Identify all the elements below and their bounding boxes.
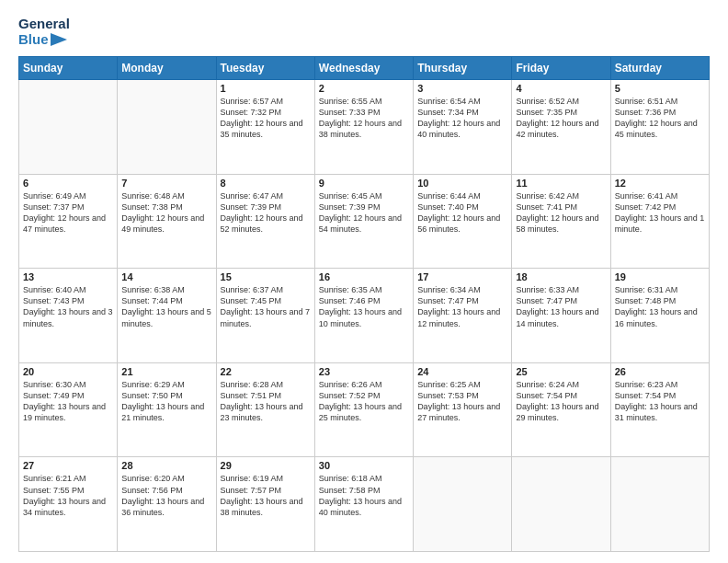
day-info: Sunrise: 6:18 AM Sunset: 7:58 PM Dayligh… [319, 473, 409, 518]
day-of-week-header: Monday [118, 57, 216, 80]
day-number: 2 [319, 83, 409, 94]
day-info: Sunrise: 6:29 AM Sunset: 7:50 PM Dayligh… [121, 379, 211, 424]
day-info: Sunrise: 6:57 AM Sunset: 7:32 PM Dayligh… [221, 96, 311, 141]
calendar-cell [512, 457, 610, 552]
day-number: 16 [319, 271, 409, 282]
page: General Blue SundayMondayTuesdayWednesda… [0, 0, 728, 563]
logo: General Blue [18, 17, 70, 47]
day-number: 4 [516, 83, 606, 94]
calendar-cell: 6Sunrise: 6:49 AM Sunset: 7:37 PM Daylig… [19, 174, 118, 269]
day-info: Sunrise: 6:55 AM Sunset: 7:33 PM Dayligh… [319, 96, 409, 141]
day-info: Sunrise: 6:44 AM Sunset: 7:40 PM Dayligh… [417, 190, 507, 236]
calendar-cell: 17Sunrise: 6:34 AM Sunset: 7:47 PM Dayli… [414, 269, 512, 363]
calendar-cell: 1Sunrise: 6:57 AM Sunset: 7:32 PM Daylig… [216, 80, 314, 175]
calendar-cell: 2Sunrise: 6:55 AM Sunset: 7:33 PM Daylig… [314, 80, 413, 175]
day-of-week-header: Sunday [19, 57, 118, 80]
calendar-cell: 14Sunrise: 6:38 AM Sunset: 7:44 PM Dayli… [118, 269, 216, 363]
day-number: 1 [221, 83, 311, 94]
calendar-cell: 30Sunrise: 6:18 AM Sunset: 7:58 PM Dayli… [314, 457, 413, 552]
day-number: 15 [221, 271, 311, 282]
day-info: Sunrise: 6:51 AM Sunset: 7:36 PM Dayligh… [615, 96, 705, 141]
logo-arrow-icon [51, 33, 67, 46]
day-number: 9 [319, 178, 409, 189]
calendar-table: SundayMondayTuesdayWednesdayThursdayFrid… [18, 56, 710, 552]
day-info: Sunrise: 6:31 AM Sunset: 7:48 PM Dayligh… [615, 284, 705, 329]
day-info: Sunrise: 6:23 AM Sunset: 7:54 PM Dayligh… [615, 379, 705, 424]
day-of-week-header: Tuesday [216, 57, 314, 80]
logo-wordmark: General Blue [18, 17, 70, 47]
calendar-cell: 29Sunrise: 6:19 AM Sunset: 7:57 PM Dayli… [216, 457, 314, 552]
day-info: Sunrise: 6:41 AM Sunset: 7:42 PM Dayligh… [615, 190, 705, 236]
day-number: 12 [615, 178, 705, 189]
day-number: 13 [23, 271, 113, 282]
day-info: Sunrise: 6:19 AM Sunset: 7:57 PM Dayligh… [221, 473, 311, 518]
calendar-cell [19, 80, 118, 175]
calendar-cell: 15Sunrise: 6:37 AM Sunset: 7:45 PM Dayli… [216, 269, 314, 363]
calendar-cell: 13Sunrise: 6:40 AM Sunset: 7:43 PM Dayli… [19, 269, 118, 363]
calendar-cell: 7Sunrise: 6:48 AM Sunset: 7:38 PM Daylig… [118, 174, 216, 269]
day-number: 18 [516, 271, 606, 282]
day-info: Sunrise: 6:28 AM Sunset: 7:51 PM Dayligh… [221, 379, 311, 424]
day-info: Sunrise: 6:47 AM Sunset: 7:39 PM Dayligh… [221, 190, 311, 236]
day-number: 24 [417, 366, 507, 377]
day-number: 26 [615, 366, 705, 377]
day-of-week-header: Saturday [610, 57, 709, 80]
day-info: Sunrise: 6:35 AM Sunset: 7:46 PM Dayligh… [319, 284, 409, 329]
day-info: Sunrise: 6:38 AM Sunset: 7:44 PM Dayligh… [121, 284, 211, 329]
calendar-cell: 19Sunrise: 6:31 AM Sunset: 7:48 PM Dayli… [610, 269, 709, 363]
calendar-cell: 26Sunrise: 6:23 AM Sunset: 7:54 PM Dayli… [610, 362, 709, 457]
day-info: Sunrise: 6:48 AM Sunset: 7:38 PM Dayligh… [121, 190, 211, 236]
calendar-cell: 25Sunrise: 6:24 AM Sunset: 7:54 PM Dayli… [512, 362, 610, 457]
day-info: Sunrise: 6:37 AM Sunset: 7:45 PM Dayligh… [221, 284, 311, 329]
day-number: 23 [319, 366, 409, 377]
calendar-cell: 9Sunrise: 6:45 AM Sunset: 7:39 PM Daylig… [314, 174, 413, 269]
day-number: 20 [23, 366, 113, 377]
calendar-cell [118, 80, 216, 175]
calendar-cell: 22Sunrise: 6:28 AM Sunset: 7:51 PM Dayli… [216, 362, 314, 457]
day-number: 11 [516, 178, 606, 189]
calendar-cell: 21Sunrise: 6:29 AM Sunset: 7:50 PM Dayli… [118, 362, 216, 457]
calendar-cell: 10Sunrise: 6:44 AM Sunset: 7:40 PM Dayli… [414, 174, 512, 269]
day-number: 27 [23, 460, 113, 471]
day-number: 7 [121, 178, 211, 189]
day-info: Sunrise: 6:21 AM Sunset: 7:55 PM Dayligh… [23, 473, 113, 518]
calendar-cell: 8Sunrise: 6:47 AM Sunset: 7:39 PM Daylig… [216, 174, 314, 269]
calendar-cell: 18Sunrise: 6:33 AM Sunset: 7:47 PM Dayli… [512, 269, 610, 363]
day-info: Sunrise: 6:26 AM Sunset: 7:52 PM Dayligh… [319, 379, 409, 424]
day-info: Sunrise: 6:20 AM Sunset: 7:56 PM Dayligh… [121, 473, 211, 518]
calendar-cell [610, 457, 709, 552]
day-info: Sunrise: 6:25 AM Sunset: 7:53 PM Dayligh… [417, 379, 507, 424]
header: General Blue [18, 17, 710, 47]
day-info: Sunrise: 6:42 AM Sunset: 7:41 PM Dayligh… [516, 190, 606, 236]
calendar-cell: 24Sunrise: 6:25 AM Sunset: 7:53 PM Dayli… [414, 362, 512, 457]
day-info: Sunrise: 6:40 AM Sunset: 7:43 PM Dayligh… [23, 284, 113, 329]
day-number: 3 [417, 83, 507, 94]
calendar-cell: 27Sunrise: 6:21 AM Sunset: 7:55 PM Dayli… [19, 457, 118, 552]
calendar-cell: 11Sunrise: 6:42 AM Sunset: 7:41 PM Dayli… [512, 174, 610, 269]
day-of-week-header: Friday [512, 57, 610, 80]
day-info: Sunrise: 6:54 AM Sunset: 7:34 PM Dayligh… [417, 96, 507, 141]
day-number: 19 [615, 271, 705, 282]
calendar-cell: 12Sunrise: 6:41 AM Sunset: 7:42 PM Dayli… [610, 174, 709, 269]
day-number: 14 [121, 271, 211, 282]
calendar-cell: 28Sunrise: 6:20 AM Sunset: 7:56 PM Dayli… [118, 457, 216, 552]
day-of-week-header: Wednesday [314, 57, 413, 80]
day-info: Sunrise: 6:30 AM Sunset: 7:49 PM Dayligh… [23, 379, 113, 424]
svg-marker-0 [51, 33, 67, 46]
day-info: Sunrise: 6:33 AM Sunset: 7:47 PM Dayligh… [516, 284, 606, 329]
calendar-cell: 16Sunrise: 6:35 AM Sunset: 7:46 PM Dayli… [314, 269, 413, 363]
day-number: 30 [319, 460, 409, 471]
day-info: Sunrise: 6:49 AM Sunset: 7:37 PM Dayligh… [23, 190, 113, 236]
day-number: 10 [417, 178, 507, 189]
calendar-cell: 23Sunrise: 6:26 AM Sunset: 7:52 PM Dayli… [314, 362, 413, 457]
calendar-cell: 4Sunrise: 6:52 AM Sunset: 7:35 PM Daylig… [512, 80, 610, 175]
day-number: 29 [221, 460, 311, 471]
day-number: 5 [615, 83, 705, 94]
calendar-cell: 3Sunrise: 6:54 AM Sunset: 7:34 PM Daylig… [414, 80, 512, 175]
calendar-cell: 5Sunrise: 6:51 AM Sunset: 7:36 PM Daylig… [610, 80, 709, 175]
day-info: Sunrise: 6:45 AM Sunset: 7:39 PM Dayligh… [319, 190, 409, 236]
day-number: 17 [417, 271, 507, 282]
day-of-week-header: Thursday [414, 57, 512, 80]
day-number: 25 [516, 366, 606, 377]
day-number: 21 [121, 366, 211, 377]
